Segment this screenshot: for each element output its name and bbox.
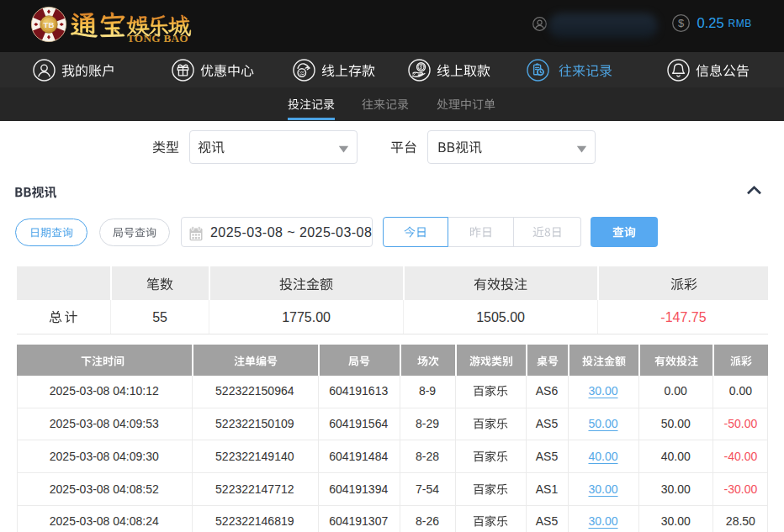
svg-text:TB: TB xyxy=(44,20,55,29)
svg-text:$: $ xyxy=(678,17,685,29)
